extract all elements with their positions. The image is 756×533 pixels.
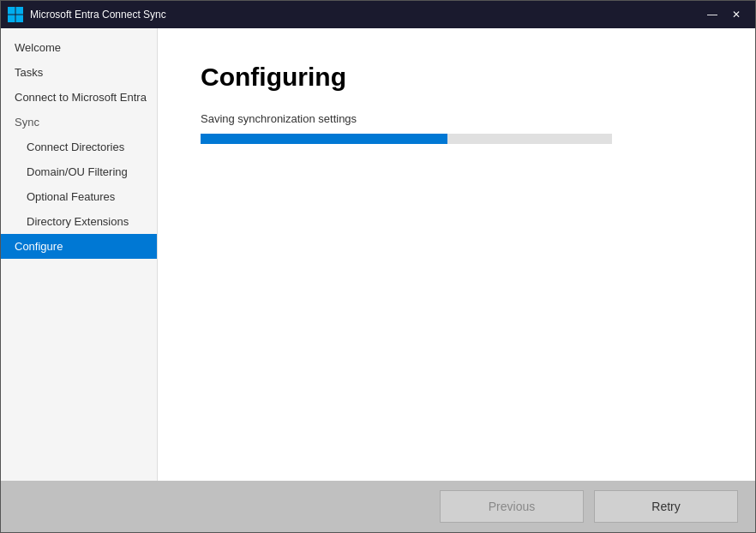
sidebar-item-tasks[interactable]: Tasks (1, 60, 157, 85)
previous-button[interactable]: Previous (440, 490, 584, 523)
sidebar-item-domain-ou-filtering[interactable]: Domain/OU Filtering (1, 159, 157, 184)
main-content: Welcome Tasks Connect to Microsoft Entra… (1, 28, 755, 481)
svg-rect-3 (16, 15, 24, 23)
svg-rect-2 (8, 15, 15, 23)
window-title: Microsoft Entra Connect Sync (30, 9, 700, 21)
minimize-button[interactable]: — (700, 3, 724, 27)
retry-button[interactable]: Retry (594, 490, 738, 523)
sidebar-item-connect-directories[interactable]: Connect Directories (1, 135, 157, 159)
svg-rect-0 (8, 7, 15, 15)
app-window: Microsoft Entra Connect Sync — ✕ Welcome… (0, 0, 756, 533)
sidebar-section-sync: Sync (1, 110, 157, 135)
sidebar-item-configure[interactable]: Configure (1, 234, 157, 259)
sidebar-item-connect-ms-entra[interactable]: Connect to Microsoft Entra (1, 85, 157, 110)
page-title: Configuring (201, 63, 712, 92)
content-area: Configuring Saving synchronization setti… (158, 28, 755, 481)
status-text: Saving synchronization settings (201, 112, 712, 125)
title-bar: Microsoft Entra Connect Sync — ✕ (1, 1, 755, 28)
sidebar-item-directory-extensions[interactable]: Directory Extensions (1, 209, 157, 234)
sidebar-item-optional-features[interactable]: Optional Features (1, 184, 157, 209)
svg-rect-1 (16, 7, 24, 15)
footer: Previous Retry (1, 481, 755, 532)
sidebar-item-welcome[interactable]: Welcome (1, 35, 157, 60)
progress-bar-fill (201, 134, 447, 144)
app-icon (8, 7, 23, 22)
sidebar: Welcome Tasks Connect to Microsoft Entra… (1, 28, 158, 481)
progress-bar-container (201, 134, 612, 144)
window-controls: — ✕ (700, 3, 748, 27)
close-button[interactable]: ✕ (724, 3, 748, 27)
